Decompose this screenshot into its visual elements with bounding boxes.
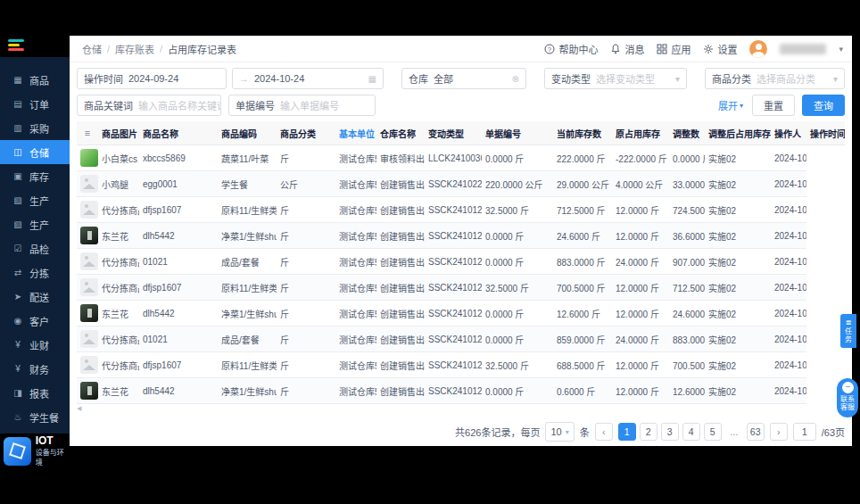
table-row[interactable]: 小白菜csxbccs5869蔬菜11/叶菜斤测试仓库5审核领料出库LLCK241… [77, 145, 845, 171]
doc-link[interactable]: SSCK24101200003 [425, 249, 482, 275]
iot-badge[interactable]: IOT 设备与环境 [4, 435, 70, 467]
filter-panel: 操作时间 2024-09-24 → 2024-10-24 ▦ 仓库 全部 ⊗ 变… [70, 62, 852, 116]
column-header[interactable]: 操作人 [771, 121, 806, 145]
service-float-button[interactable]: ··· 联系客服 [837, 378, 858, 417]
cell-category: 成品/套餐 [218, 249, 277, 275]
column-header[interactable]: 变动类型 [425, 121, 482, 145]
column-header[interactable]: 调整后占用库存 [705, 121, 771, 145]
doc-link[interactable]: SSCK24101200004 [425, 197, 482, 223]
doc-link[interactable]: SSCK24101200002 [425, 301, 482, 326]
page-button[interactable]: 5 [704, 423, 722, 441]
doc-link[interactable]: SSCK24101200002 [425, 326, 482, 352]
page-jump-input[interactable]: 1 [793, 423, 816, 441]
product-thumbnail [80, 175, 98, 193]
column-header[interactable]: 商品图片 [98, 121, 139, 145]
column-header[interactable]: 当前库存数 [553, 121, 612, 145]
cell-adjust: 12.0000 斤 [612, 275, 669, 301]
cell-unit: 斤 [277, 145, 335, 171]
column-header[interactable]: 操作时间 [806, 121, 845, 145]
sidebar-item-production[interactable]: ▧生产 [0, 188, 70, 212]
breadcrumb-item[interactable]: 占用库存记录表 [168, 42, 236, 56]
cell-after: 712.5000 斤 [669, 275, 705, 301]
chevron-down-icon: ▾ [675, 74, 680, 84]
date-from-field[interactable]: 操作时间 2024-09-24 [77, 68, 227, 89]
sidebar-item-label: 财务 [29, 362, 49, 376]
cell-name: 东兰花 [98, 301, 139, 326]
filter-row-1: 操作时间 2024-09-24 → 2024-10-24 ▦ 仓库 全部 ⊗ 变… [77, 68, 845, 89]
column-header[interactable]: 调整数 [669, 121, 705, 145]
chevron-down-icon[interactable]: ▾ [839, 45, 843, 54]
clear-icon[interactable]: ⊗ [512, 74, 519, 84]
cell-before: 883.0000 斤 [553, 249, 612, 275]
breadcrumb-item[interactable]: 库存账表 [115, 42, 154, 56]
page-button[interactable]: 63 [747, 423, 765, 441]
search-button[interactable]: 查询 [802, 95, 845, 116]
column-header[interactable]: 商品分类 [277, 121, 335, 145]
doc-link[interactable]: LLCK24100300001 [425, 145, 482, 171]
expand-toggle[interactable]: 展开 ▾ [718, 98, 743, 112]
column-header[interactable]: 基本单位 [335, 121, 376, 145]
table-row[interactable]: 代分拣商品-单位换算01021成品/套餐斤测试仓库5创建销售出库SSCK2410… [77, 326, 845, 352]
doc-link[interactable]: SSCK24101200003 [425, 223, 482, 249]
task-float-button[interactable]: ≣ 任务 [840, 314, 856, 348]
date-to-field[interactable]: → 2024-10-24 ▦ [232, 68, 384, 89]
doc-link[interactable]: SSCK24102200001 [425, 171, 482, 197]
table-row[interactable]: 东兰花dlh5442净菜1/生鲜shu菜类...斤测试仓库5创建销售出库SSCK… [77, 301, 845, 326]
warehouse-select[interactable]: 仓库 全部 ⊗ [401, 68, 526, 89]
table-row[interactable]: 代分拣商品-单位换算01021成品/套餐斤测试仓库5创建销售出库SSCK2410… [77, 249, 845, 275]
category-select[interactable]: 商品分类 选择商品分类 ▾ [705, 68, 845, 89]
product-thumbnail [80, 304, 98, 322]
messages-button[interactable]: 消息 [610, 42, 644, 56]
sidebar-item-warehouse[interactable]: ◫仓储 [0, 140, 70, 164]
product-thumbnail [80, 330, 98, 348]
table-row[interactable]: 小鸡腿egg0001学生餐公斤测试仓库5创建销售出库SSCK2410220000… [77, 171, 845, 197]
page-button[interactable]: 2 [640, 423, 657, 441]
next-page-button[interactable]: › [770, 423, 788, 441]
table-row[interactable]: 代分拣商品dfjsp1607原料11/生鲜类斤测试仓库5创建销售出库SSCK24… [77, 275, 845, 301]
column-header[interactable]: 单据编号 [482, 121, 553, 145]
column-header[interactable]: 仓库名称 [376, 121, 425, 145]
sidebar-item-inventory[interactable]: ▣库存 [0, 164, 70, 188]
column-header[interactable]: 原占用库存 [612, 121, 669, 145]
column-header[interactable]: 商品名称 [139, 121, 218, 145]
sidebar-item-quality[interactable]: ☑品检 [0, 236, 70, 260]
sidebar-item-production[interactable]: ▧生产 [0, 212, 70, 236]
column-header[interactable]: 商品编码 [218, 121, 277, 145]
sidebar-item-orders[interactable]: ▤订单 [0, 92, 70, 116]
scroll-left-arrow-icon[interactable]: ◀ [77, 404, 845, 413]
sidebar-item-goods[interactable]: ▦商品 [0, 68, 70, 92]
table-row[interactable]: 东兰花dlh5442净菜1/生鲜shu菜类...斤测试仓库5创建销售出库SSCK… [77, 223, 845, 249]
doc-link[interactable]: SSCK24101200001 [425, 378, 482, 404]
prev-page-button[interactable]: ‹ [595, 423, 613, 441]
page-button[interactable]: 1 [618, 423, 636, 441]
sidebar-item-finance[interactable]: ¥财务 [0, 357, 70, 381]
doc-link[interactable]: SSCK24101200002 [425, 352, 482, 378]
help-center-button[interactable]: ? 帮助中心 [544, 42, 598, 56]
settings-button[interactable]: 设置 [703, 42, 737, 56]
page-button[interactable]: 3 [661, 423, 679, 441]
sidebar-item-customer[interactable]: ◉客户 [0, 309, 70, 333]
doc-link[interactable]: SSCK24101200003 [425, 275, 482, 301]
table-row[interactable]: 代分拣商品dfjsp1607原料11/生鲜类斤测试仓库5创建销售出库SSCK24… [77, 197, 845, 223]
doc-number-input[interactable]: 单据编号 输入单据编号 [228, 95, 376, 116]
sidebar-item-business-finance[interactable]: ¥业财 [0, 333, 70, 357]
warehouse-icon: ◫ [12, 147, 23, 157]
sidebar-item-sorting[interactable]: ⇄分拣 [0, 260, 70, 285]
column-settings-icon[interactable]: ≡ [77, 121, 98, 145]
apps-button[interactable]: 应用 [657, 42, 690, 56]
sidebar-item-purchase[interactable]: ▥采购 [0, 116, 70, 140]
sidebar-item-reports[interactable]: ◨报表 [0, 381, 70, 405]
table-row[interactable]: 东兰花dlh5442净菜1/生鲜shu菜类...斤测试仓库5创建销售出库SSCK… [77, 378, 845, 404]
app-logo[interactable] [8, 39, 24, 51]
sidebar-item-student-meal[interactable]: ♨学生餐 [0, 405, 70, 429]
breadcrumb-item[interactable]: 仓储 [82, 42, 102, 56]
table-row[interactable]: 代分拣商品dfjsp1607原料11/生鲜类斤测试仓库5创建销售出库SSCK24… [77, 352, 845, 378]
keyword-input[interactable]: 商品关键词 输入商品名称关键词 [77, 95, 221, 116]
page-size-select[interactable]: 10 ▾ [545, 422, 574, 442]
sidebar-item-delivery[interactable]: ➤配送 [0, 285, 70, 309]
change-type-select[interactable]: 变动类型 选择变动类型 ▾ [544, 68, 687, 89]
quality-icon: ☑ [12, 244, 23, 253]
reset-button[interactable]: 重置 [752, 95, 795, 116]
avatar[interactable] [749, 40, 767, 58]
page-button[interactable]: 4 [682, 423, 700, 441]
